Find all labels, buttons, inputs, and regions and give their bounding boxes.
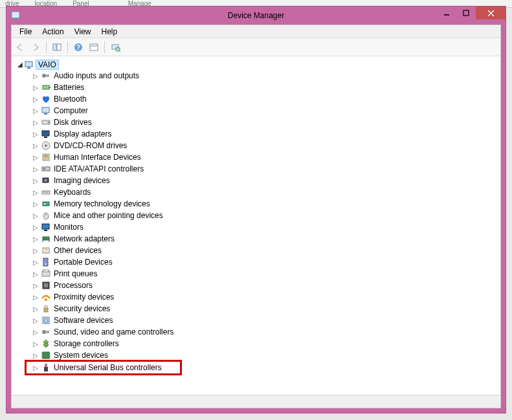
expand-icon[interactable]: ▷ (32, 317, 38, 324)
expand-icon[interactable]: ▷ (32, 189, 38, 196)
computer-icon (24, 60, 34, 70)
menu-file[interactable]: File (14, 26, 37, 38)
tree-item-label: Processors (54, 281, 93, 290)
expand-icon[interactable]: ▷ (32, 212, 38, 219)
device-category-icon (41, 315, 51, 326)
expand-icon[interactable]: ▷ (32, 247, 38, 254)
expand-icon[interactable]: ▷ (32, 294, 38, 301)
toolbar-separator (67, 41, 68, 53)
svg-rect-54 (44, 308, 48, 312)
collapse-icon[interactable]: ◢ (17, 61, 23, 68)
expand-icon[interactable]: ▷ (32, 84, 38, 91)
client-area: File Action View Help ? (11, 25, 501, 408)
tree-item[interactable]: ▷Portable Devices (13, 256, 499, 268)
device-category-icon (41, 327, 51, 337)
svg-point-48 (45, 263, 47, 265)
tree-item[interactable]: ▷Audio inputs and outputs (13, 70, 499, 82)
tree-item[interactable]: ▷Security devices (13, 303, 499, 315)
expand-icon[interactable]: ▷ (32, 72, 38, 80)
menu-view[interactable]: View (69, 26, 96, 38)
close-button[interactable] (476, 6, 506, 19)
usb-icon (41, 362, 51, 373)
tree-item[interactable]: ▷Network adapters (13, 233, 499, 245)
expand-icon[interactable]: ▷ (32, 271, 38, 278)
device-manager-window: Device Manager File Action View Help (6, 6, 506, 414)
device-category-icon (41, 199, 51, 209)
tree-item-label: DVD/CD-ROM drives (54, 141, 127, 150)
menu-help[interactable]: Help (96, 26, 123, 38)
scan-hardware-button[interactable] (108, 40, 122, 54)
expand-icon[interactable]: ▷ (32, 166, 38, 173)
app-icon (10, 10, 21, 21)
maximize-button[interactable] (456, 6, 476, 19)
properties-button[interactable] (87, 40, 101, 54)
svg-rect-30 (42, 167, 50, 171)
tree-item-label: Human Interface Devices (54, 153, 141, 162)
tree-item[interactable]: ▷DVD/CD-ROM drives (13, 140, 499, 151)
svg-rect-50 (43, 270, 49, 272)
expand-icon[interactable]: ▷ (32, 224, 38, 231)
back-button[interactable] (13, 40, 27, 54)
show-hide-tree-button[interactable] (50, 40, 64, 54)
tree-item[interactable]: ▷Proximity devices (13, 291, 499, 303)
expand-icon[interactable]: ▷ (32, 96, 38, 103)
expand-icon[interactable]: ▷ (32, 201, 38, 208)
device-category-icon (41, 257, 51, 267)
svg-rect-40 (42, 224, 49, 229)
device-tree[interactable]: ◢ VAIO ▷Audio inputs and outputs▷Batteri… (12, 56, 500, 395)
expand-icon[interactable]: ▷ (32, 177, 38, 184)
tree-item[interactable]: ▷Computer (13, 105, 499, 116)
device-category-icon (41, 152, 51, 162)
tree-item[interactable]: ▷Storage controllers (13, 338, 499, 349)
tree-item[interactable]: ▷IDE ATA/ATAPI controllers (13, 163, 499, 175)
expand-icon[interactable]: ▷ (32, 329, 38, 336)
device-category-icon (41, 304, 51, 314)
expand-icon[interactable]: ▷ (32, 236, 38, 243)
tree-item[interactable]: ▷Print queues (13, 268, 499, 280)
tree-item[interactable]: ▷Imaging devices (13, 175, 499, 186)
expand-icon[interactable]: ▷ (32, 142, 38, 149)
expand-icon[interactable]: ▷ (32, 305, 38, 313)
expand-icon[interactable]: ▷ (32, 154, 38, 161)
svg-rect-21 (42, 107, 49, 113)
tree-item[interactable]: ▷Display adapters (13, 128, 499, 140)
expand-icon[interactable]: ▷ (32, 282, 38, 289)
tree-item[interactable]: ▷Batteries (13, 82, 499, 93)
tree-item[interactable]: ▷Processors (13, 280, 499, 291)
tree-item[interactable]: ▷Mice and other pointing devices (13, 210, 499, 221)
device-category-icon: ? (41, 245, 51, 256)
tree-item[interactable]: ▷Disk drives (13, 116, 499, 128)
device-category-icon (41, 71, 51, 81)
tree-root-node[interactable]: ◢ VAIO (13, 59, 499, 70)
help-button[interactable]: ? (71, 40, 85, 54)
tree-item[interactable]: ▷Bluetooth (13, 93, 499, 105)
expand-icon[interactable]: ▷ (32, 119, 38, 126)
svg-rect-67 (44, 367, 48, 371)
expand-icon[interactable]: ▷ (32, 352, 38, 359)
expand-icon[interactable]: ▷ (32, 340, 38, 348)
tree-item[interactable]: ▷Keyboards (13, 186, 499, 198)
tree-item-label: Storage controllers (54, 339, 119, 348)
tree-item[interactable]: ▷Memory technology devices (13, 198, 499, 210)
device-category-icon (41, 269, 51, 279)
statusbar (12, 395, 500, 408)
svg-point-57 (42, 330, 46, 334)
tree-item[interactable]: ▷Sound, video and game controllers (13, 326, 499, 338)
tree-item[interactable]: ▷?Other devices (13, 245, 499, 256)
expand-icon[interactable]: ▷ (32, 364, 38, 371)
expand-icon[interactable]: ▷ (32, 259, 38, 266)
expand-icon[interactable]: ▷ (32, 131, 38, 138)
menu-action[interactable]: Action (37, 26, 69, 38)
minimize-button[interactable] (437, 6, 456, 19)
tree-item[interactable]: ▷Human Interface Devices (13, 151, 499, 163)
titlebar[interactable]: Device Manager (6, 6, 506, 25)
device-category-icon (41, 234, 51, 244)
tree-item[interactable]: ▷Monitors (13, 221, 499, 233)
tree-item-label: Bluetooth (54, 94, 87, 104)
svg-rect-19 (43, 85, 49, 89)
tree-item-usb[interactable]: ▷ Universal Serial Bus controllers (27, 362, 180, 373)
tree-item[interactable]: ▷Software devices (13, 315, 499, 326)
forward-button[interactable] (28, 40, 43, 54)
expand-icon[interactable]: ▷ (32, 107, 38, 115)
svg-point-28 (45, 144, 47, 147)
